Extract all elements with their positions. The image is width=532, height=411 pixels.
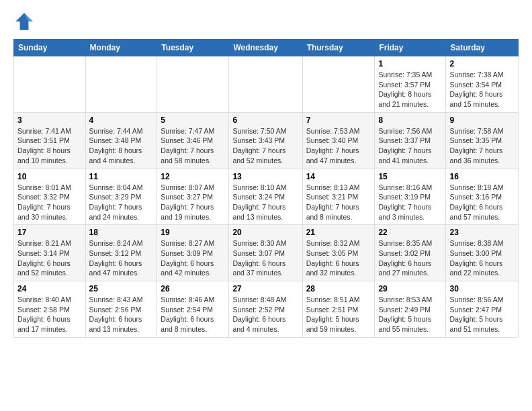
calendar-cell: 16Sunrise: 8:18 AM Sunset: 3:16 PM Dayli… (446, 169, 519, 225)
calendar-header-thursday: Thursday (302, 40, 375, 56)
day-info: Sunrise: 8:53 AM Sunset: 2:49 PM Dayligh… (378, 295, 442, 334)
calendar-week-1: 1Sunrise: 7:35 AM Sunset: 3:57 PM Daylig… (14, 56, 519, 113)
day-number: 11 (89, 172, 154, 181)
day-number: 29 (378, 284, 442, 293)
day-info: Sunrise: 8:46 AM Sunset: 2:54 PM Dayligh… (161, 295, 225, 334)
day-number: 12 (161, 172, 225, 181)
day-number: 5 (161, 116, 225, 125)
day-info: Sunrise: 7:47 AM Sunset: 3:46 PM Dayligh… (161, 126, 225, 166)
day-number: 19 (161, 228, 225, 237)
day-info: Sunrise: 8:27 AM Sunset: 3:09 PM Dayligh… (161, 238, 225, 278)
day-info: Sunrise: 8:38 AM Sunset: 3:00 PM Dayligh… (449, 238, 515, 278)
calendar-cell: 30Sunrise: 8:56 AM Sunset: 2:47 PM Dayli… (446, 281, 519, 338)
calendar-cell: 19Sunrise: 8:27 AM Sunset: 3:09 PM Dayli… (157, 225, 229, 281)
day-number: 13 (232, 172, 298, 181)
calendar-cell: 11Sunrise: 8:04 AM Sunset: 3:29 PM Dayli… (85, 169, 157, 225)
calendar-cell (14, 56, 86, 113)
calendar-cell: 26Sunrise: 8:46 AM Sunset: 2:54 PM Dayli… (157, 281, 229, 338)
calendar-cell: 15Sunrise: 8:16 AM Sunset: 3:19 PM Dayli… (375, 169, 446, 225)
day-info: Sunrise: 8:51 AM Sunset: 2:51 PM Dayligh… (306, 295, 371, 334)
page: SundayMondayTuesdayWednesdayThursdayFrid… (0, 0, 532, 345)
day-number: 9 (449, 116, 515, 125)
header (13, 11, 519, 32)
day-info: Sunrise: 8:07 AM Sunset: 3:27 PM Dayligh… (161, 183, 225, 222)
day-info: Sunrise: 8:01 AM Sunset: 3:32 PM Dayligh… (17, 183, 82, 222)
calendar-header-saturday: Saturday (446, 40, 519, 56)
day-info: Sunrise: 7:53 AM Sunset: 3:40 PM Dayligh… (306, 126, 371, 166)
day-info: Sunrise: 8:13 AM Sunset: 3:21 PM Dayligh… (306, 183, 371, 222)
day-number: 17 (17, 228, 82, 237)
calendar-cell: 25Sunrise: 8:43 AM Sunset: 2:56 PM Dayli… (85, 281, 157, 338)
day-info: Sunrise: 7:56 AM Sunset: 3:37 PM Dayligh… (378, 126, 442, 166)
calendar-header-monday: Monday (85, 40, 157, 56)
day-number: 14 (306, 172, 371, 181)
day-info: Sunrise: 7:58 AM Sunset: 3:35 PM Dayligh… (449, 126, 515, 166)
day-info: Sunrise: 8:35 AM Sunset: 3:02 PM Dayligh… (378, 238, 442, 278)
day-info: Sunrise: 8:18 AM Sunset: 3:16 PM Dayligh… (449, 183, 515, 222)
calendar-cell: 4Sunrise: 7:44 AM Sunset: 3:48 PM Daylig… (85, 112, 157, 169)
day-info: Sunrise: 8:21 AM Sunset: 3:14 PM Dayligh… (17, 238, 82, 278)
day-info: Sunrise: 8:32 AM Sunset: 3:05 PM Dayligh… (306, 238, 371, 278)
calendar-cell: 3Sunrise: 7:41 AM Sunset: 3:51 PM Daylig… (14, 112, 86, 169)
calendar-cell: 21Sunrise: 8:32 AM Sunset: 3:05 PM Dayli… (302, 225, 375, 281)
calendar-cell: 18Sunrise: 8:24 AM Sunset: 3:12 PM Dayli… (85, 225, 157, 281)
day-number: 2 (449, 59, 515, 68)
calendar-cell: 7Sunrise: 7:53 AM Sunset: 3:40 PM Daylig… (302, 112, 375, 169)
day-info: Sunrise: 8:43 AM Sunset: 2:56 PM Dayligh… (89, 295, 154, 334)
day-info: Sunrise: 7:44 AM Sunset: 3:48 PM Dayligh… (89, 126, 154, 166)
calendar-cell: 1Sunrise: 7:35 AM Sunset: 3:57 PM Daylig… (375, 56, 446, 113)
calendar-week-2: 3Sunrise: 7:41 AM Sunset: 3:51 PM Daylig… (14, 112, 519, 169)
calendar-cell: 28Sunrise: 8:51 AM Sunset: 2:51 PM Dayli… (302, 281, 375, 338)
day-info: Sunrise: 8:04 AM Sunset: 3:29 PM Dayligh… (89, 183, 154, 222)
day-number: 30 (449, 284, 515, 293)
calendar-header-wednesday: Wednesday (229, 40, 302, 56)
calendar-week-4: 17Sunrise: 8:21 AM Sunset: 3:14 PM Dayli… (14, 225, 519, 281)
calendar-cell: 20Sunrise: 8:30 AM Sunset: 3:07 PM Dayli… (229, 225, 302, 281)
calendar-header-sunday: Sunday (14, 40, 86, 56)
day-info: Sunrise: 7:35 AM Sunset: 3:57 PM Dayligh… (378, 70, 442, 109)
calendar-header-tuesday: Tuesday (157, 40, 229, 56)
calendar-cell: 9Sunrise: 7:58 AM Sunset: 3:35 PM Daylig… (446, 112, 519, 169)
calendar-week-5: 24Sunrise: 8:40 AM Sunset: 2:58 PM Dayli… (14, 281, 519, 338)
day-number: 24 (17, 284, 82, 293)
day-number: 6 (232, 116, 298, 125)
calendar-cell: 6Sunrise: 7:50 AM Sunset: 3:43 PM Daylig… (229, 112, 302, 169)
day-info: Sunrise: 8:30 AM Sunset: 3:07 PM Dayligh… (232, 238, 298, 278)
day-number: 26 (161, 284, 225, 293)
calendar-cell: 14Sunrise: 8:13 AM Sunset: 3:21 PM Dayli… (302, 169, 375, 225)
calendar-cell: 10Sunrise: 8:01 AM Sunset: 3:32 PM Dayli… (14, 169, 86, 225)
day-info: Sunrise: 7:41 AM Sunset: 3:51 PM Dayligh… (17, 126, 82, 166)
day-number: 8 (378, 116, 442, 125)
calendar-cell: 27Sunrise: 8:48 AM Sunset: 2:52 PM Dayli… (229, 281, 302, 338)
day-number: 3 (17, 116, 82, 125)
calendar-week-3: 10Sunrise: 8:01 AM Sunset: 3:32 PM Dayli… (14, 169, 519, 225)
calendar-header-row: SundayMondayTuesdayWednesdayThursdayFrid… (14, 40, 519, 56)
day-info: Sunrise: 8:56 AM Sunset: 2:47 PM Dayligh… (449, 295, 515, 334)
calendar-header-friday: Friday (375, 40, 446, 56)
day-number: 1 (378, 59, 442, 68)
day-info: Sunrise: 7:50 AM Sunset: 3:43 PM Dayligh… (232, 126, 298, 166)
calendar-cell (302, 56, 375, 113)
calendar-cell: 22Sunrise: 8:35 AM Sunset: 3:02 PM Dayli… (375, 225, 446, 281)
day-info: Sunrise: 7:38 AM Sunset: 3:54 PM Dayligh… (449, 70, 515, 109)
day-number: 4 (89, 116, 154, 125)
day-number: 10 (17, 172, 82, 181)
day-number: 28 (306, 284, 371, 293)
calendar-cell (229, 56, 302, 113)
day-number: 16 (449, 172, 515, 181)
day-number: 22 (378, 228, 442, 237)
day-number: 23 (449, 228, 515, 237)
day-info: Sunrise: 8:40 AM Sunset: 2:58 PM Dayligh… (17, 295, 82, 334)
calendar-cell: 17Sunrise: 8:21 AM Sunset: 3:14 PM Dayli… (14, 225, 86, 281)
day-number: 21 (306, 228, 371, 237)
calendar-cell: 8Sunrise: 7:56 AM Sunset: 3:37 PM Daylig… (375, 112, 446, 169)
calendar-cell: 13Sunrise: 8:10 AM Sunset: 3:24 PM Dayli… (229, 169, 302, 225)
logo (13, 11, 38, 32)
day-number: 25 (89, 284, 154, 293)
logo-icon (13, 11, 35, 32)
calendar-cell: 5Sunrise: 7:47 AM Sunset: 3:46 PM Daylig… (157, 112, 229, 169)
day-info: Sunrise: 8:16 AM Sunset: 3:19 PM Dayligh… (378, 183, 442, 222)
day-number: 20 (232, 228, 298, 237)
day-number: 18 (89, 228, 154, 237)
day-number: 27 (232, 284, 298, 293)
